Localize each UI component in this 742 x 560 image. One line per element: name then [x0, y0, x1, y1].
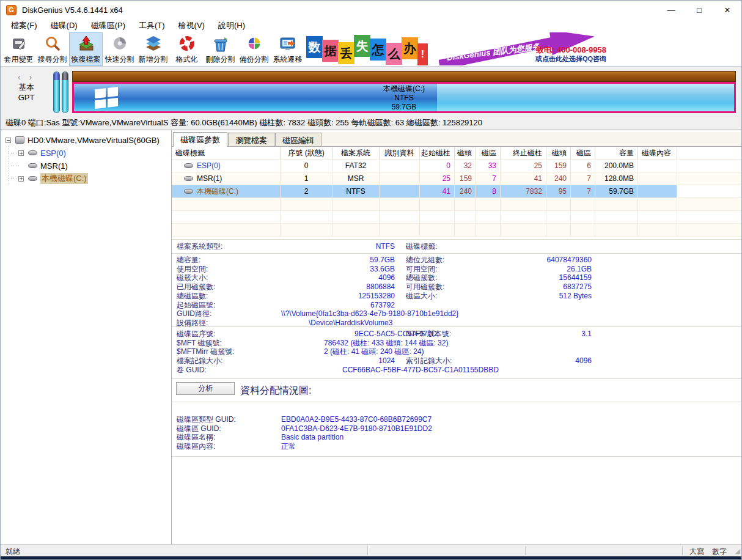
col-header[interactable]: 磁區 [476, 147, 501, 159]
apply-changes-button[interactable]: 套用變更 [2, 32, 35, 66]
ad-banner[interactable]: 数 据 丢 失 怎 么 办 ! DiskGenius 团队为您服务 致电: 40… [304, 32, 610, 65]
col-header[interactable]: 磁碟標籤 [172, 147, 281, 159]
expand-icon[interactable] [18, 176, 24, 182]
menu-file[interactable]: 檔案(F) [4, 19, 44, 32]
collapse-icon[interactable] [6, 138, 11, 143]
menu-tools[interactable]: 工具(T) [132, 19, 172, 32]
detail-value [491, 242, 592, 251]
disk-graph-panel: ‹ › 基本 GPT 本機磁碟(C:) NTFS 59.7GB [1, 67, 741, 114]
tree-item-msr[interactable]: MSR(1) [18, 160, 68, 172]
menu-help[interactable]: 說明(H) [211, 19, 252, 32]
analyze-button[interactable]: 分析 [176, 382, 235, 395]
ad-tile: 丢 [338, 42, 354, 64]
tab-partition-parameters[interactable]: 磁碟區參數 [173, 132, 227, 147]
cell-start-sec: 7 [476, 172, 501, 185]
table-row-local-disk-c-selected[interactable]: 本機磁碟(C:) 2 NTFS 41 240 8 7832 95 7 59.7G… [172, 185, 741, 198]
detail-label: 磁碟區 GUID: [177, 424, 281, 433]
cell-content [638, 185, 677, 197]
col-header[interactable]: 磁頭 [455, 147, 476, 159]
detail-value: 673792 [281, 301, 395, 310]
disk-strip[interactable] [72, 71, 736, 82]
menu-bar: 檔案(F) 磁碟(D) 磁碟區(P) 工具(T) 檢視(V) 說明(H) [1, 19, 741, 32]
tab-sector-edit[interactable]: 磁區編輯 [275, 133, 321, 146]
table-row-msr[interactable]: MSR(1) 1 MSR 25 159 7 41 240 7 128.0MB [172, 172, 741, 185]
analysis-row: 分析 資料分配情況圖: [172, 381, 741, 397]
expand-icon[interactable] [18, 150, 24, 156]
close-icon[interactable]: ✕ [713, 1, 741, 19]
apply-changes-icon [10, 35, 28, 53]
detail-label: 磁碟區類型 GUID: [177, 415, 281, 424]
col-header[interactable]: 容量 [595, 147, 638, 159]
table-row-empty [172, 224, 741, 237]
new-partition-button[interactable]: 新增分割 [136, 32, 170, 66]
search-partition-button[interactable]: 搜尋分割 [35, 32, 69, 66]
ad-slogan-tiles: 数 据 丢 失 怎 么 办 ! [306, 35, 427, 57]
resize-grip-icon[interactable]: ◢ [735, 547, 740, 555]
col-header[interactable]: 識別資料 [380, 147, 420, 159]
col-header[interactable]: 終止磁柱 [501, 147, 546, 159]
col-header[interactable]: 起始磁柱 [420, 147, 455, 159]
col-header[interactable]: 磁碟內容 [638, 147, 677, 159]
disk-bar: 本機磁碟(C:) NTFS 59.7GB [72, 71, 736, 113]
menu-partition[interactable]: 磁碟區(P) [84, 19, 132, 32]
delete-partition-button[interactable]: 刪除分割 [204, 32, 237, 66]
trash-icon [211, 35, 230, 53]
quick-partition-button[interactable]: 快速分割 [103, 32, 136, 66]
mft-cluster-value: 786432 (磁柱: 433 磁頭: 144 磁區: 32) [281, 339, 592, 348]
detail-label [406, 301, 491, 310]
maximize-icon[interactable]: □ [685, 1, 713, 19]
format-donut-icon [178, 35, 196, 53]
format-button[interactable]: 格式化 [170, 32, 204, 66]
tree-root-hd0[interactable]: HD0:VMware,VMwareVirtualS(60GB) [6, 134, 160, 146]
detail-label: GUID路徑: [177, 309, 281, 319]
tree-item-esp[interactable]: ESP(0) [18, 147, 66, 159]
detail-label: 可用空間: [406, 265, 491, 274]
recover-files-button[interactable]: 恢復檔案 [69, 32, 103, 66]
msr-partition-capsule[interactable] [62, 72, 68, 113]
detail-label: $MFT 磁簇號: [177, 339, 281, 348]
c-drive-partition-bar[interactable]: 本機磁碟(C:) NTFS 59.7GB [72, 82, 736, 113]
detail-value: 64078479360 [491, 256, 592, 265]
detail-value: 1024 [281, 356, 395, 366]
cell-end-head: 159 [546, 160, 571, 172]
detail-value: 59.7GB [281, 256, 395, 265]
tab-browse-files[interactable]: 瀏覽檔案 [228, 133, 274, 146]
ad-tile: 么 [386, 43, 402, 65]
detail-label: 已用磁簇數: [177, 282, 281, 292]
partition-icon [184, 163, 193, 168]
window-title: DiskGenius V5.4.6.1441 x64 [22, 6, 123, 15]
bar-filesystem: NTFS [74, 94, 734, 103]
disk-prev-next-icon[interactable]: ‹ › [1, 72, 52, 82]
system-migration-button[interactable]: 系統遷移 [271, 32, 304, 66]
menu-view[interactable]: 檢視(V) [172, 19, 211, 32]
layers-icon [144, 35, 163, 53]
cell-ident [380, 160, 420, 172]
col-header[interactable]: 磁區 [571, 147, 595, 159]
table-row-esp[interactable]: ESP(0) 0 FAT32 0 32 33 25 159 6 200.0MB [172, 160, 741, 172]
ad-tile: 数 [306, 36, 323, 58]
section-divider [172, 326, 741, 327]
tree-root-label: HD0:VMware,VMwareVirtualS(60GB) [28, 136, 160, 145]
ad-qq-link[interactable]: 或点击此处选择QQ咨询 [535, 54, 606, 63]
menu-disk[interactable]: 磁碟(D) [44, 19, 84, 32]
detail-label: 磁碟區序號: [177, 330, 281, 339]
tree-item-local-disk-c[interactable]: 本機磁碟(C:) [18, 172, 88, 185]
disc-icon [111, 35, 129, 53]
detail-label: 總容量: [177, 256, 281, 265]
cell-start-sec: 8 [476, 185, 501, 197]
partition-name-value: Basic data partition [281, 433, 741, 442]
partition-status-value: 正常 [281, 442, 741, 451]
esp-partition-capsule[interactable] [53, 72, 60, 113]
disk-info-line: 磁碟0 端口:Sas 型號:VMware,VMwareVirtualS 容量: … [1, 114, 741, 130]
detail-label: 磁碟區名稱: [177, 433, 281, 442]
cell-filesystem: MSR [332, 172, 380, 185]
cell-label: 本機磁碟(C:) [197, 186, 238, 197]
col-header[interactable]: 檔案系統 [332, 147, 380, 159]
status-divider [682, 546, 683, 555]
backup-partition-button[interactable]: 備份分割 [237, 32, 271, 66]
col-header[interactable]: 序號 (狀態) [281, 147, 332, 159]
minimize-icon[interactable]: — [657, 1, 685, 19]
detail-label: 可用磁簇數: [406, 282, 491, 292]
col-header[interactable]: 磁頭 [546, 147, 571, 159]
guid-section: 磁碟區類型 GUID:EBD0A0A2-B9E5-4433-87C0-68B6B… [172, 415, 741, 451]
